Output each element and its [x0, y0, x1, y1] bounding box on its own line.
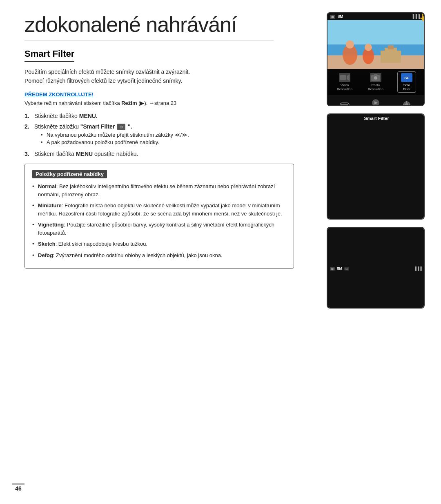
panorama-icon [339, 100, 350, 106]
menu-item-photo-resolution: PhotoResolution [366, 72, 385, 92]
svg-rect-9 [388, 45, 394, 49]
submenu-box: Položky podřízené nabídky Normal: Bez ja… [24, 164, 294, 269]
list-item: Miniature: Fotografie místa nebo objektu… [32, 202, 286, 218]
svg-point-6 [365, 44, 372, 51]
quick-view-icon [370, 98, 381, 106]
main-content: zdokonalené nahrávání Smart Filter Použi… [0, 0, 294, 281]
svg-point-4 [346, 40, 354, 49]
section-heading: Smart Filter [24, 49, 74, 62]
screenshots-column: ⊞ 8M ▌▌▌ [327, 12, 433, 309]
screen1-menu-row1: VideoResolution PhotoResolution SF [327, 69, 424, 95]
step-1: 1. Stiskněte tlačítko MENU. [24, 113, 274, 119]
svg-text:SF: SF [404, 76, 409, 80]
menu-item-quick-view: QuickView [366, 97, 385, 106]
beach-scene-svg [327, 20, 424, 69]
screen1-menu-row2: Panorama QuickView Settings [327, 95, 424, 106]
svg-rect-10 [340, 75, 346, 80]
before-check-link[interactable]: PŘEDEM ZKONTROLUJTE! [24, 91, 274, 98]
camera-screen-2: Smart Filter [327, 113, 425, 220]
submenu-title: Položky podřízené nabídky [32, 170, 107, 178]
step-3: 3. Stiskem tlačítka MENU opustíte nabídk… [24, 151, 274, 157]
video-res-icon [339, 73, 350, 82]
svg-rect-25 [403, 104, 405, 105]
camera-screen-3: ⊞ 5M ⊡ ▌▌▌ [327, 227, 425, 309]
svg-rect-26 [409, 104, 410, 105]
svg-point-13 [374, 76, 377, 80]
list-item: Defog: Zvýraznění modrého odstínu oblohy… [32, 251, 286, 260]
screen1-photo [327, 20, 424, 69]
svg-rect-2 [327, 55, 424, 69]
photo-res-icon [370, 73, 381, 82]
submenu-items-list: Normal: Bez jakéhokoliv inteligentního f… [32, 182, 286, 259]
menu-item-smart-filter-active: SF SmaFilter 👆 [397, 71, 416, 93]
screen2-titlebar: Smart Filter [327, 114, 425, 220]
screen3-topbar: ⊞ 5M ⊡ ▌▌▌ [327, 228, 425, 309]
settings-icon [401, 100, 412, 106]
svg-rect-23 [406, 101, 407, 103]
menu-item-video-resolution: VideoResolution [335, 72, 354, 92]
camera-screen-1: ⊞ 8M ▌▌▌ [327, 12, 425, 106]
menu-item-panorama: Panorama [335, 99, 354, 106]
intro-text: Použitím speciálních efektů můžete snímk… [24, 67, 274, 86]
list-item: Normal: Bez jakéhokoliv inteligentního f… [32, 182, 286, 198]
page-number: 46 [12, 484, 24, 492]
smart-filter-menu-icon: SF [401, 73, 412, 82]
select-mode-text: Vyberte režim nahrávání stiskem tlačítka… [24, 100, 274, 106]
hand-cursor-icon: 👆 [419, 13, 425, 22]
step-2: 2. Stiskněte záložku "Smart Filter ⊞ ". … [24, 123, 274, 147]
svg-rect-18 [341, 104, 348, 106]
svg-marker-11 [347, 74, 350, 81]
smart-filter-icon: ⊞ [117, 124, 125, 130]
page-container: zdokonalené nahrávání Smart Filter Použi… [0, 0, 441, 504]
svg-rect-14 [374, 74, 377, 76]
battery-icon-3: ▌▌▌ [415, 266, 423, 271]
screen1-topbar: ⊞ 8M ▌▌▌ [327, 13, 424, 20]
list-item: Vignetting: Použijte starožitně působící… [32, 221, 286, 237]
menu-item-settings: Settings [397, 99, 416, 106]
list-item: Sketch: Efekt skici napodobuje kresbu tu… [32, 240, 286, 248]
step-2-subbullets: Na vybranou položku můžete přejít stiskn… [34, 132, 274, 145]
steps-list: 1. Stiskněte tlačítko MENU. 2. Stiskněte… [24, 113, 274, 157]
page-title: zdokonalené nahrávání [24, 12, 274, 40]
